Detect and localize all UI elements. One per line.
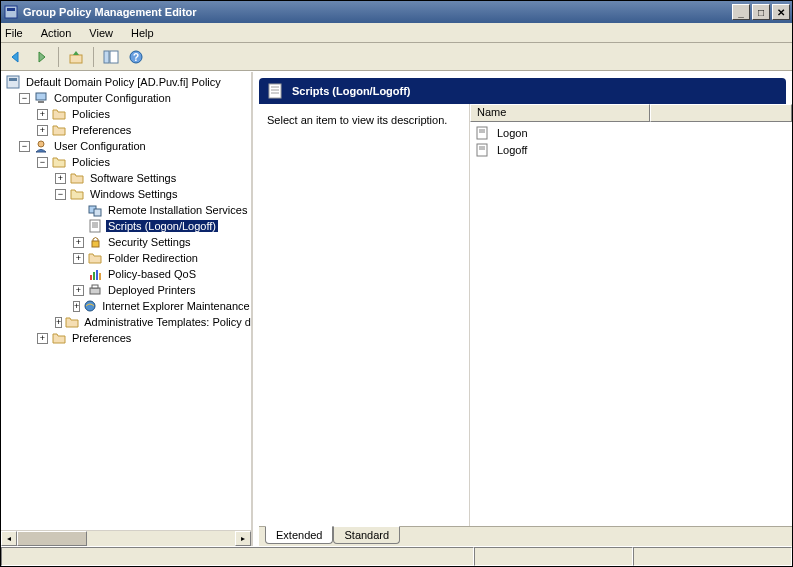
computer-icon bbox=[33, 90, 49, 106]
details-tabstrip: Extended Standard bbox=[259, 526, 792, 546]
menu-help[interactable]: Help bbox=[131, 27, 154, 39]
collapse-icon[interactable]: − bbox=[37, 157, 48, 168]
window-title: Group Policy Management Editor bbox=[23, 6, 732, 18]
details-header: Scripts (Logon/Logoff) bbox=[259, 78, 786, 104]
tree-deployed-printers[interactable]: + Deployed Printers bbox=[1, 282, 251, 298]
svg-rect-21 bbox=[96, 270, 98, 280]
svg-rect-9 bbox=[36, 93, 46, 100]
tree-label: Internet Explorer Maintenance bbox=[100, 300, 251, 312]
menu-view[interactable]: View bbox=[89, 27, 113, 39]
tree-label: Folder Redirection bbox=[106, 252, 200, 264]
menubar: File Action View Help bbox=[1, 23, 792, 43]
list-item[interactable]: Logoff bbox=[474, 141, 788, 158]
user-icon bbox=[33, 138, 49, 154]
collapse-icon[interactable]: − bbox=[55, 189, 66, 200]
qos-icon bbox=[87, 266, 103, 282]
description-column: Select an item to view its description. bbox=[259, 104, 469, 526]
svg-rect-24 bbox=[92, 285, 98, 288]
expand-icon[interactable]: + bbox=[73, 237, 84, 248]
expand-icon[interactable]: + bbox=[55, 317, 62, 328]
tree-label: Policies bbox=[70, 156, 112, 168]
tree-scripts[interactable]: Scripts (Logon/Logoff) bbox=[1, 218, 251, 234]
tree-remote-install[interactable]: Remote Installation Services bbox=[1, 202, 251, 218]
tree-uc-preferences[interactable]: + Preferences bbox=[1, 330, 251, 346]
folder-icon bbox=[51, 122, 67, 138]
svg-text:?: ? bbox=[133, 52, 139, 63]
scroll-left-button[interactable]: ◂ bbox=[1, 531, 17, 546]
scroll-right-button[interactable]: ▸ bbox=[235, 531, 251, 546]
remote-install-icon bbox=[87, 202, 103, 218]
ie-icon bbox=[83, 298, 97, 314]
expand-icon[interactable]: + bbox=[37, 109, 48, 120]
svg-rect-2 bbox=[70, 55, 82, 63]
expand-icon[interactable]: + bbox=[37, 125, 48, 136]
svg-rect-18 bbox=[92, 241, 99, 247]
tree-cc-preferences[interactable]: + Preferences bbox=[1, 122, 251, 138]
folder-icon bbox=[65, 314, 79, 330]
tree-label: Deployed Printers bbox=[106, 284, 197, 296]
list-header: Name bbox=[470, 104, 792, 122]
tree-security-settings[interactable]: + Security Settings bbox=[1, 234, 251, 250]
svg-rect-33 bbox=[477, 144, 487, 156]
tree-software-settings[interactable]: + Software Settings bbox=[1, 170, 251, 186]
expand-icon[interactable]: + bbox=[37, 333, 48, 344]
list-item[interactable]: Logon bbox=[474, 124, 788, 141]
tree-label: Policy-based QoS bbox=[106, 268, 198, 280]
security-icon bbox=[87, 234, 103, 250]
folder-icon bbox=[51, 106, 67, 122]
expand-icon[interactable]: + bbox=[55, 173, 66, 184]
svg-rect-13 bbox=[94, 209, 101, 216]
back-button[interactable] bbox=[5, 46, 27, 68]
status-cell bbox=[1, 547, 474, 566]
collapse-icon[interactable]: − bbox=[19, 141, 30, 152]
tree-user-config[interactable]: − User Configuration bbox=[1, 138, 251, 154]
minimize-button[interactable]: _ bbox=[732, 4, 750, 20]
expand-icon[interactable]: + bbox=[73, 301, 80, 312]
menu-file[interactable]: File bbox=[5, 27, 23, 39]
show-hide-tree-button[interactable] bbox=[100, 46, 122, 68]
tree-policy-qos[interactable]: Policy-based QoS bbox=[1, 266, 251, 282]
forward-button[interactable] bbox=[30, 46, 52, 68]
tree-label: Remote Installation Services bbox=[106, 204, 249, 216]
svg-point-11 bbox=[38, 141, 44, 147]
scripts-icon bbox=[87, 218, 103, 234]
expand-icon[interactable]: + bbox=[73, 285, 84, 296]
close-button[interactable]: ✕ bbox=[772, 4, 790, 20]
folder-icon bbox=[69, 170, 85, 186]
tree-cc-policies[interactable]: + Policies bbox=[1, 106, 251, 122]
tree-ie-maintenance[interactable]: + Internet Explorer Maintenance bbox=[1, 298, 251, 314]
svg-rect-10 bbox=[38, 101, 44, 103]
tree-folder-redirection[interactable]: + Folder Redirection bbox=[1, 250, 251, 266]
tab-extended[interactable]: Extended bbox=[265, 526, 333, 544]
tab-standard[interactable]: Standard bbox=[333, 526, 400, 544]
tree[interactable]: Default Domain Policy [AD.Puv.fi] Policy… bbox=[1, 72, 251, 530]
expand-icon[interactable]: + bbox=[73, 253, 84, 264]
svg-rect-8 bbox=[9, 78, 17, 81]
menu-action[interactable]: Action bbox=[41, 27, 72, 39]
up-button[interactable] bbox=[65, 46, 87, 68]
column-header-name[interactable]: Name bbox=[470, 104, 650, 122]
collapse-icon[interactable]: − bbox=[19, 93, 30, 104]
help-button[interactable]: ? bbox=[125, 46, 147, 68]
app-icon bbox=[3, 4, 19, 20]
content-area: Default Domain Policy [AD.Puv.fi] Policy… bbox=[1, 71, 792, 546]
scroll-thumb[interactable] bbox=[17, 531, 87, 546]
maximize-button[interactable]: □ bbox=[752, 4, 770, 20]
tree-root[interactable]: Default Domain Policy [AD.Puv.fi] Policy bbox=[1, 74, 251, 90]
scripts-icon bbox=[267, 83, 283, 99]
tree-windows-settings[interactable]: − Windows Settings bbox=[1, 186, 251, 202]
description-prompt: Select an item to view its description. bbox=[267, 114, 447, 126]
tree-label: Scripts (Logon/Logoff) bbox=[106, 220, 218, 232]
tree-horizontal-scrollbar[interactable]: ◂ ▸ bbox=[1, 530, 251, 546]
statusbar bbox=[1, 546, 792, 566]
printer-icon bbox=[87, 282, 103, 298]
script-item-icon bbox=[474, 142, 490, 158]
folder-icon bbox=[87, 250, 103, 266]
tree-admin-templates[interactable]: + Administrative Templates: Policy defin… bbox=[1, 314, 251, 330]
titlebar: Group Policy Management Editor _ □ ✕ bbox=[1, 1, 792, 23]
status-cell bbox=[633, 547, 792, 566]
list-item-label: Logon bbox=[497, 127, 528, 139]
tree-computer-config[interactable]: − Computer Configuration bbox=[1, 90, 251, 106]
tree-uc-policies[interactable]: − Policies bbox=[1, 154, 251, 170]
column-header-blank[interactable] bbox=[650, 104, 792, 122]
